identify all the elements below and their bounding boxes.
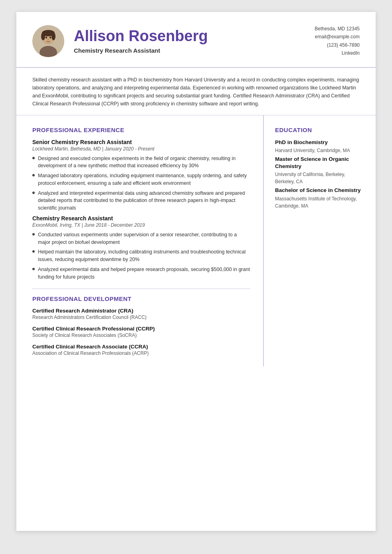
job-2-meta: ExxonMobil, Irving, TX | June 2018 - Dec… — [32, 222, 250, 228]
body-section: PROFESSIONAL EXPERIENCE Senior Chemistry… — [16, 115, 376, 367]
svg-point-4 — [41, 32, 45, 40]
cert-1-title: Certified Research Administrator (CRA) — [32, 308, 250, 314]
job-2-bullets: Conducted various experiments under supe… — [32, 231, 250, 281]
job-1-title: Senior Chemistry Research Assistant — [32, 139, 250, 145]
bullet-dot — [32, 192, 35, 194]
edu-2: Master of Science in Organic Chemistry U… — [275, 156, 363, 185]
bullet-dot — [32, 268, 35, 270]
job-2-title: Chemistry Research Assistant — [32, 215, 250, 222]
education-title: EDUCATION — [275, 127, 363, 133]
bullet-text: Conducted various experiments under supe… — [38, 231, 250, 246]
bullet-dot — [32, 157, 35, 159]
cert-2-title: Certified Clinical Research Professional… — [32, 326, 250, 332]
cert-2: Certified Clinical Research Professional… — [32, 326, 250, 338]
section-divider — [32, 289, 250, 289]
header-info: Allison Rosenberg Chemistry Research Ass… — [74, 28, 292, 54]
edu-2-degree: Master of Science in Organic Chemistry — [275, 156, 363, 170]
bullet-item: Helped maintain the laboratory, includin… — [32, 248, 250, 263]
svg-point-8 — [48, 39, 49, 40]
bullet-text: Analyzed experimental data and helped pr… — [38, 266, 250, 281]
bullet-dot — [32, 174, 35, 176]
edu-1-degree: PhD in Biochemistry — [275, 139, 363, 146]
bullet-dot — [32, 233, 35, 235]
cert-3-org: Association of Clinical Research Profess… — [32, 350, 250, 356]
experience-title: PROFESSIONAL EXPERIENCE — [32, 127, 250, 133]
bullet-text: Helped maintain the laboratory, includin… — [38, 248, 250, 263]
bullet-item: Analyzed experimental data and helped pr… — [32, 266, 250, 281]
candidate-name: Allison Rosenberg — [74, 28, 292, 45]
development-section: PROFESSIONAL DEVELOPMENT Certified Resea… — [32, 295, 250, 356]
cert-1-org: Research Administrators Certification Co… — [32, 315, 250, 320]
job-1-bullets: Designed and executed complex experiment… — [32, 155, 250, 212]
avatar — [32, 25, 64, 57]
bullet-item: Designed and executed complex experiment… — [32, 155, 250, 170]
bullet-dot — [32, 250, 35, 253]
contact-location: Bethesda, MD 12345 — [292, 25, 360, 33]
job-1: Senior Chemistry Research Assistant Lock… — [32, 139, 250, 212]
summary-section: Skilled chemistry research assistant wit… — [16, 68, 376, 115]
header-section: Allison Rosenberg Chemistry Research Ass… — [16, 12, 376, 68]
education-section: EDUCATION PhD in Biochemistry Harvard Un… — [275, 127, 363, 210]
svg-point-7 — [49, 37, 51, 38]
cert-1: Certified Research Administrator (CRA) R… — [32, 308, 250, 320]
development-title: PROFESSIONAL DEVELOPMENT — [32, 295, 250, 302]
contact-info: Bethesda, MD 12345 email@example.com (12… — [292, 25, 360, 57]
edu-3-degree: Bachelor of Science in Chemistry — [275, 187, 363, 194]
bullet-text: Managed laboratory operations, including… — [38, 172, 250, 187]
bullet-item: Conducted various experiments under supe… — [32, 231, 250, 246]
bullet-item: Managed laboratory operations, including… — [32, 172, 250, 187]
edu-2-school: University of California, Berkeley, Berk… — [275, 171, 363, 185]
contact-linkedin: LinkedIn — [292, 49, 360, 57]
svg-point-5 — [51, 32, 55, 40]
summary-text: Skilled chemistry research assistant wit… — [32, 77, 359, 107]
left-column: PROFESSIONAL EXPERIENCE Senior Chemistry… — [16, 115, 264, 367]
bullet-item: Analyzed and interpreted experimental da… — [32, 190, 250, 212]
resume-document: Allison Rosenberg Chemistry Research Ass… — [16, 12, 376, 531]
contact-email: email@example.com — [292, 33, 360, 41]
job-1-meta: Lockheed Martin, Bethesda, MD | January … — [32, 146, 250, 152]
bullet-text: Analyzed and interpreted experimental da… — [38, 190, 250, 212]
edu-1-school: Harvard University, Cambridge, MA — [275, 147, 363, 154]
job-2: Chemistry Research Assistant ExxonMobil,… — [32, 215, 250, 281]
edu-3: Bachelor of Science in Chemistry Massach… — [275, 187, 363, 210]
bullet-text: Designed and executed complex experiment… — [38, 155, 250, 170]
cert-3: Certified Clinical Research Associate (C… — [32, 344, 250, 356]
right-column: EDUCATION PhD in Biochemistry Harvard Un… — [264, 115, 376, 367]
cert-2-org: Society of Clinical Research Associates … — [32, 332, 250, 338]
contact-phone: (123) 456-7890 — [292, 41, 360, 49]
edu-1: PhD in Biochemistry Harvard University, … — [275, 139, 363, 154]
candidate-title: Chemistry Research Assistant — [74, 47, 292, 54]
edu-3-school: Massachusetts Institute of Technology, C… — [275, 195, 363, 210]
svg-point-6 — [46, 37, 47, 38]
cert-3-title: Certified Clinical Research Associate (C… — [32, 344, 250, 350]
experience-section: PROFESSIONAL EXPERIENCE Senior Chemistry… — [32, 127, 250, 281]
